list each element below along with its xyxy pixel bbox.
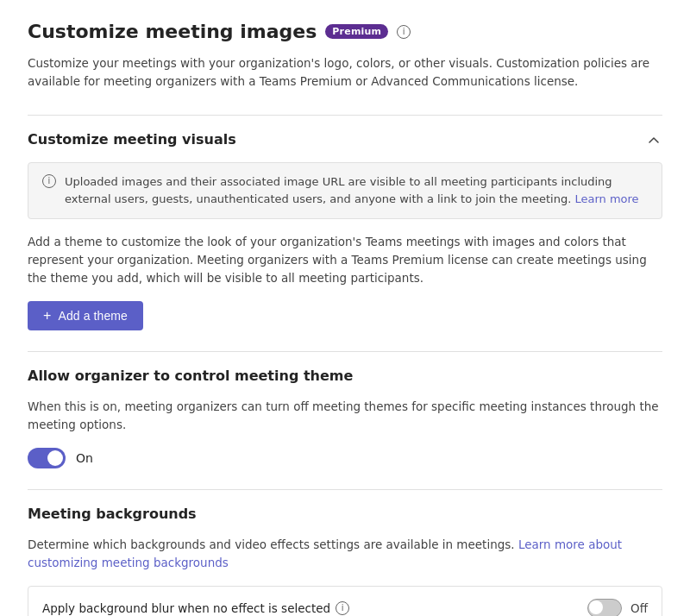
plus-icon: +: [43, 309, 51, 323]
page-description: Customize your meetings with your organi…: [28, 54, 662, 91]
blur-toggle-slider: [587, 599, 622, 616]
info-box-icon: i: [42, 174, 56, 188]
visuals-body-text: Add a theme to customize the look of you…: [28, 233, 662, 287]
add-theme-button[interactable]: + Add a theme: [28, 301, 143, 330]
blur-label-text: Apply background blur when no effect is …: [42, 601, 330, 615]
blur-toggle-label: Off: [630, 601, 648, 615]
section-header-visuals: Customize meeting visuals: [28, 131, 662, 148]
organizer-control-description: When this is on, meeting organizers can …: [28, 398, 662, 434]
organizer-toggle-row: On: [28, 448, 662, 468]
section-header-backgrounds: Meeting backgrounds: [28, 506, 662, 522]
blur-info-icon[interactable]: i: [336, 601, 349, 615]
learn-more-link-visuals[interactable]: Learn more: [574, 192, 638, 205]
info-box: i Uploaded images and their associated i…: [28, 162, 662, 219]
section-meeting-backgrounds: Meeting backgrounds Determine which back…: [28, 489, 662, 616]
organizer-toggle-label: On: [76, 451, 93, 465]
backgrounds-description: Determine which backgrounds and video ef…: [28, 536, 662, 572]
premium-badge: Premium: [325, 24, 388, 39]
header-info-icon[interactable]: i: [397, 25, 411, 39]
settings-row-blur: Apply background blur when no effect is …: [28, 587, 662, 616]
organizer-toggle-slider: [28, 448, 66, 468]
section-title-backgrounds: Meeting backgrounds: [28, 506, 197, 522]
section-header-organizer: Allow organizer to control meeting theme: [28, 368, 662, 384]
blur-toggle-control: Off: [587, 599, 648, 616]
blur-row-label: Apply background blur when no effect is …: [42, 601, 349, 615]
section-title-organizer: Allow organizer to control meeting theme: [28, 368, 353, 384]
chevron-up-icon[interactable]: [645, 131, 662, 148]
section-customize-visuals: Customize meeting visuals i Uploaded ima…: [28, 115, 662, 330]
info-box-text: Uploaded images and their associated ima…: [65, 173, 648, 208]
backgrounds-settings-table: Apply background blur when no effect is …: [28, 586, 662, 616]
page-header: Customize meeting images Premium i: [28, 21, 662, 42]
blur-toggle[interactable]: [587, 599, 622, 616]
page-title: Customize meeting images: [28, 21, 317, 42]
section-organizer-control: Allow organizer to control meeting theme…: [28, 351, 662, 468]
section-title-visuals: Customize meeting visuals: [28, 131, 236, 148]
add-theme-label: Add a theme: [58, 309, 128, 323]
organizer-toggle[interactable]: [28, 448, 66, 468]
